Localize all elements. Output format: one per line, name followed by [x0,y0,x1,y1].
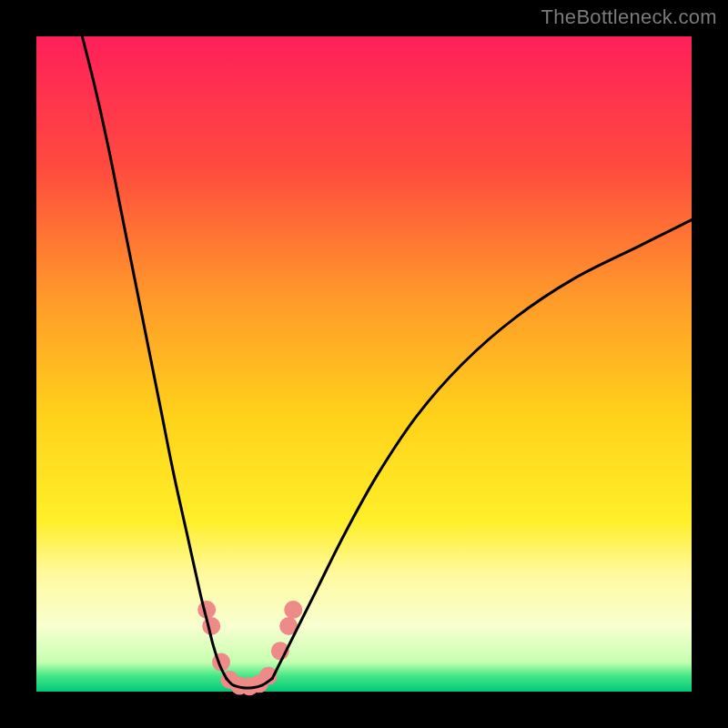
marker-dot [202,617,220,635]
curve-layer [36,36,692,692]
watermark-text: TheBottleneck.com [541,5,717,29]
curve-right-branch [272,220,692,679]
plot-area [36,36,692,692]
chart-frame: TheBottleneck.com [0,0,728,728]
curve-left-branch [82,36,226,679]
marker-dot [284,601,302,619]
